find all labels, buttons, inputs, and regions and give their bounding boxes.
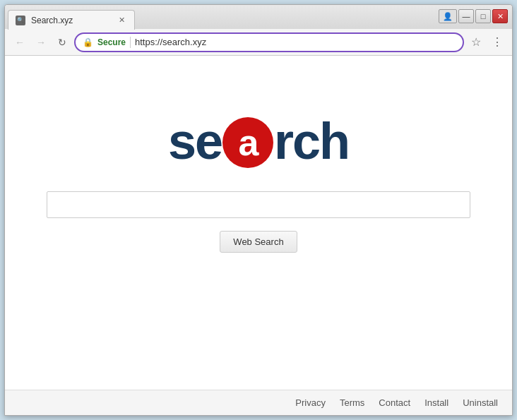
footer-terms-link[interactable]: Terms <box>340 397 364 408</box>
search-input[interactable] <box>47 191 470 218</box>
bookmark-button[interactable]: ☆ <box>467 33 485 52</box>
footer-contact-link[interactable]: Contact <box>379 397 410 408</box>
page-content: se a rch Web Search Privacy Terms Contac… <box>5 56 512 415</box>
logo-text: se a rch <box>168 112 349 170</box>
back-button[interactable]: ← <box>11 33 29 52</box>
user-button[interactable]: 👤 <box>439 9 457 23</box>
browser-window: 🔍 Search.xyz ✕ 👤 — □ ✕ ← → ↻ <box>4 4 513 416</box>
tab-favicon: 🔍 <box>16 16 25 25</box>
web-search-label: Web Search <box>233 236 283 247</box>
address-divider <box>130 37 131 48</box>
forward-icon: → <box>36 37 46 48</box>
refresh-button[interactable]: ↻ <box>53 33 71 52</box>
search-box-container <box>47 191 470 218</box>
web-search-button[interactable]: Web Search <box>220 231 297 253</box>
user-icon: 👤 <box>443 12 453 21</box>
site-logo: se a rch <box>168 112 349 170</box>
page-footer: Privacy Terms Contact Install Uninstall <box>5 390 512 415</box>
footer-privacy-link[interactable]: Privacy <box>295 397 326 408</box>
logo-part-a: a <box>222 117 273 168</box>
back-icon: ← <box>15 37 25 48</box>
close-icon: ✕ <box>497 12 504 21</box>
star-icon: ☆ <box>471 35 481 49</box>
footer-install-link[interactable]: Install <box>424 397 448 408</box>
footer-uninstall-link[interactable]: Uninstall <box>463 397 498 408</box>
minimize-icon: — <box>463 12 470 20</box>
logo-part-rch: rch <box>274 112 349 170</box>
forward-button[interactable]: → <box>32 33 50 52</box>
navigation-bar: ← → ↻ 🔒 Secure https://search.xyz ☆ ⋮ <box>5 29 512 56</box>
url-display[interactable]: https://search.xyz <box>135 37 456 47</box>
close-button[interactable]: ✕ <box>492 9 508 23</box>
refresh-icon: ↻ <box>58 37 66 48</box>
browser-tab[interactable]: 🔍 Search.xyz ✕ <box>8 10 135 30</box>
secure-label: Secure <box>97 37 126 47</box>
minimize-button[interactable]: — <box>458 9 474 23</box>
maximize-icon: □ <box>481 12 486 20</box>
nav-extra-buttons: ☆ ⋮ <box>467 33 506 52</box>
title-bar: 🔍 Search.xyz ✕ 👤 — □ ✕ <box>5 5 512 29</box>
maximize-button[interactable]: □ <box>475 9 491 23</box>
tab-close-button[interactable]: ✕ <box>116 15 127 26</box>
window-controls: 👤 — □ ✕ <box>439 9 508 23</box>
address-bar[interactable]: 🔒 Secure https://search.xyz <box>74 32 464 52</box>
browser-menu-button[interactable]: ⋮ <box>488 33 506 52</box>
lock-icon: 🔒 <box>83 37 93 47</box>
menu-icon: ⋮ <box>492 35 503 49</box>
logo-part-se: se <box>168 112 222 170</box>
tab-title: Search.xyz <box>31 16 110 25</box>
